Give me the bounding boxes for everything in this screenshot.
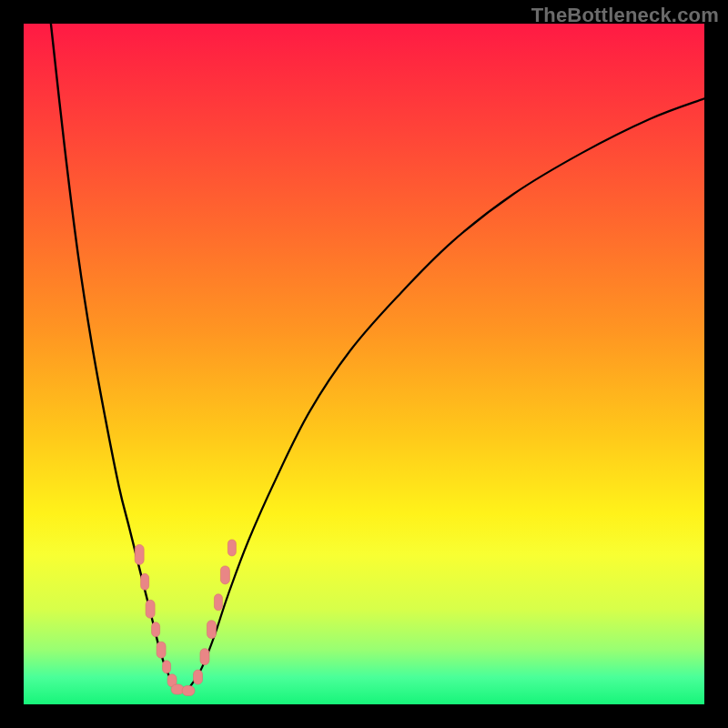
data-marker <box>207 621 216 639</box>
data-marker <box>163 661 171 673</box>
data-marker <box>135 544 144 564</box>
curve-group <box>51 24 704 691</box>
chart-container: TheBottleneck.com <box>0 0 728 728</box>
data-marker <box>146 600 155 618</box>
data-marker <box>193 670 202 684</box>
data-marker <box>228 540 236 556</box>
data-marker <box>152 622 160 637</box>
data-marker <box>220 566 229 584</box>
plot-area <box>24 24 704 704</box>
data-marker <box>214 594 222 611</box>
chart-svg <box>24 24 704 704</box>
data-marker <box>182 686 195 696</box>
data-marker <box>200 649 209 665</box>
curve-right-branch <box>187 98 704 691</box>
curve-left-branch <box>51 24 180 691</box>
watermark-text: TheBottleneck.com <box>531 4 719 27</box>
data-marker <box>141 573 149 590</box>
data-marker <box>157 642 166 658</box>
